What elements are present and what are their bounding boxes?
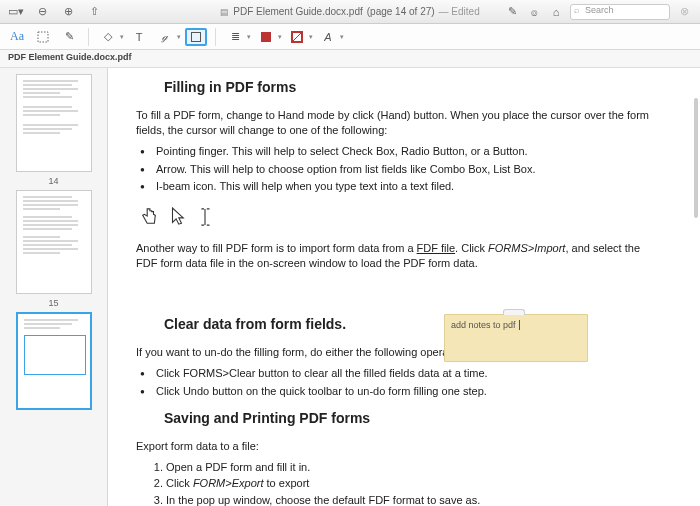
fill-color-tool[interactable] [255, 28, 277, 46]
font-tool[interactable]: A [317, 28, 339, 46]
paragraph: Export form data to a file: [136, 439, 664, 454]
paragraph: Another way to fill PDF form is to impor… [136, 241, 664, 272]
thumbnail-sidebar: 14 15 [0, 68, 108, 506]
note-text: add notes to pdf [451, 320, 516, 330]
arrow-cursor-icon [168, 205, 186, 229]
thumbnail-pagenum: 15 [48, 298, 58, 308]
svg-rect-2 [261, 32, 271, 42]
cursor-examples [140, 205, 664, 229]
bullet-item: Arrow. This will help to choose option f… [136, 162, 664, 177]
numbered-item: Open a PDF form and fill it in. [166, 460, 664, 475]
share-icon[interactable]: ⇧ [86, 4, 102, 20]
document-tab[interactable]: PDF Element Guide.docx.pdf [0, 50, 700, 68]
close-search-icon[interactable]: ⊗ [676, 4, 692, 20]
draw-tool[interactable]: ✎ [58, 28, 80, 46]
zoom-in-icon[interactable]: ⊕ [60, 4, 76, 20]
text-tool[interactable]: T [128, 28, 150, 46]
bullet-item: I-beam icon. This will help when you typ… [136, 179, 664, 194]
window-title-filename: PDF Element Guide.docx.pdf [233, 6, 363, 17]
sign-tool[interactable]: ℊ [154, 28, 176, 46]
list-tool[interactable]: ≣ [224, 28, 246, 46]
markup-icon[interactable]: ⌾ [526, 4, 542, 20]
page-thumbnail-selected[interactable] [16, 312, 92, 410]
annotation-toolbar: Aa ✎ ◇▾ T ℊ▾ ≣▾ ▾ ▾ A▾ [0, 24, 700, 50]
window-titlebar: ▭▾ ⊖ ⊕ ⇧ ▤ PDF Element Guide.docx.pdf (p… [0, 0, 700, 24]
numbered-item: In the pop up window, choose the default… [166, 493, 664, 506]
heading-saving: Saving and Printing PDF forms [164, 409, 664, 429]
pointing-hand-icon [140, 205, 158, 229]
sidebar-toggle-icon[interactable]: ▭▾ [8, 4, 24, 20]
zoom-out-icon[interactable]: ⊖ [34, 4, 50, 20]
document-content: Filling in PDF forms To fill a PDF form,… [108, 68, 700, 506]
select-tool[interactable] [32, 28, 54, 46]
note-tab-icon [503, 309, 525, 315]
bullet-item: Click FORMS>Clear button to clear all th… [136, 366, 664, 381]
toolbox-icon[interactable]: ⌂ [548, 4, 564, 20]
sticky-note[interactable]: add notes to pdf [444, 314, 588, 362]
shapes-tool[interactable]: ◇ [97, 28, 119, 46]
svg-rect-0 [38, 32, 48, 42]
heading-filling: Filling in PDF forms [164, 78, 664, 98]
bullet-item: Pointing finger. This will help to selec… [136, 144, 664, 159]
thumbnail-pagenum: 14 [48, 176, 58, 186]
document-icon: ▤ [220, 7, 229, 17]
numbered-item: Click FORM>Export to export [166, 476, 664, 491]
heading-clear: Clear data from form fields. [164, 315, 664, 335]
edit-icon[interactable]: ✎ [504, 4, 520, 20]
text-style-tool[interactable]: Aa [6, 28, 28, 46]
svg-line-4 [292, 32, 302, 42]
page-thumbnail[interactable] [16, 190, 92, 294]
svg-rect-1 [192, 32, 201, 41]
window-title-pageinfo: (page 14 of 27) [367, 6, 435, 17]
note-tool[interactable] [185, 28, 207, 46]
page-thumbnail[interactable] [16, 74, 92, 172]
search-input[interactable]: Search [570, 4, 670, 20]
window-title-status: — Edited [439, 6, 480, 17]
stroke-color-tool[interactable] [286, 28, 308, 46]
paragraph: To fill a PDF form, change to Hand mode … [136, 108, 664, 139]
ibeam-cursor-icon [196, 205, 214, 229]
bullet-item: Click Undo button on the quick toolbar t… [136, 384, 664, 399]
scrollbar-thumb[interactable] [694, 98, 698, 218]
